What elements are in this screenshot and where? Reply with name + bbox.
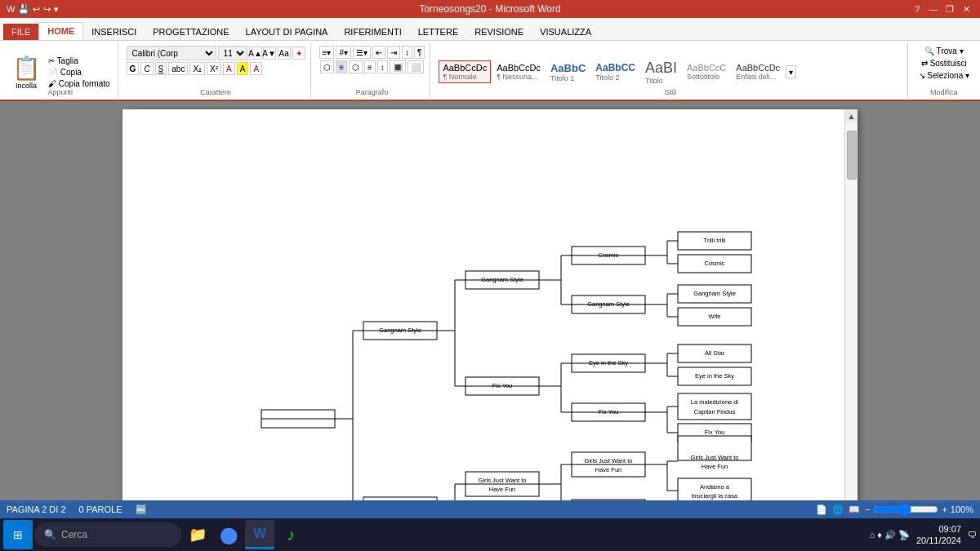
tab-progettazione[interactable]: PROGETTAZIONE [145, 24, 237, 40]
spotify-icon[interactable]: ♪ [276, 520, 305, 549]
scroll-up-btn[interactable]: ▲ [845, 109, 858, 122]
taskbar-right: ⌂ ♦ 🔊 📡 09:07 20/11/2024 🗨 [870, 523, 978, 547]
tab-layout[interactable]: LAYOUT DI PAGINA [238, 24, 336, 40]
trova-btn[interactable]: 🔍 Trova ▾ [922, 46, 966, 56]
shrink-btn[interactable]: A▼ [263, 47, 276, 60]
svg-text:Gangnam Style: Gangnam Style [587, 300, 630, 308]
r1-box-3: Gangnam Style [678, 285, 751, 303]
tab-inserisci[interactable]: INSERISCI [83, 24, 145, 40]
time: 09:07 [916, 523, 961, 535]
close-btn[interactable]: ✕ [959, 2, 973, 16]
minimize-btn[interactable]: — [926, 2, 941, 16]
style-nessuna[interactable]: AaBbCcDc ¶ Nessuna... [492, 60, 545, 83]
increase-indent-btn[interactable]: ⇥ [387, 46, 400, 59]
zoom-out-btn[interactable]: − [865, 504, 870, 514]
text-color-btn[interactable]: A [250, 62, 262, 75]
copy-btn[interactable]: 📄 Copia [46, 67, 113, 78]
zoom-slider[interactable] [873, 503, 938, 516]
paragrafo-group: ≡▾ #▾ ☰▾ ⇤ ⇥ ↕ ¶ ⬡ ≡ ⬡ ≡ ↕ 🔳 ⬜ Paragrafo [314, 42, 431, 98]
cut-btn[interactable]: ✂ Taglia [46, 56, 113, 66]
svg-text:Trilli trilli: Trilli trilli [704, 237, 726, 244]
title-bar-left: W 💾 ↩ ↪ ▾ [7, 4, 59, 15]
align-right-btn[interactable]: ⬡ [349, 60, 363, 73]
zoom-in-btn[interactable]: + [942, 504, 947, 514]
highlight-btn[interactable]: A [237, 62, 249, 75]
font-row-1: Calibri (Corp 11 A▲ A▼ Aa ✦ [127, 46, 305, 60]
word-count: 0 PAROLE [79, 504, 122, 515]
word-taskbar-icon[interactable]: W [245, 520, 274, 549]
font-family-select[interactable]: Calibri (Corp [127, 46, 216, 60]
quick-save[interactable]: 💾 [18, 4, 29, 15]
align-left-btn[interactable]: ⬡ [320, 60, 334, 73]
line-spacing-btn[interactable]: ↕ [377, 60, 388, 73]
superscript-btn[interactable]: X² [207, 62, 221, 75]
svg-text:Cosmic: Cosmic [704, 260, 724, 267]
decrease-indent-btn[interactable]: ⇤ [372, 46, 385, 59]
help-btn[interactable]: ? [910, 2, 924, 16]
justify-btn[interactable]: ≡ [364, 60, 376, 73]
tab-lettere[interactable]: LETTERE [410, 24, 467, 40]
grow-btn[interactable]: A▲ [249, 47, 262, 60]
align-center-btn[interactable]: ≡ [336, 60, 347, 73]
r1-box-7: La maledizione di Capitan Findus [678, 393, 751, 420]
r1-box-5: All Star [678, 344, 751, 362]
subscript-btn[interactable]: X₂ [189, 62, 205, 75]
carattere-label: Carattere [200, 88, 231, 96]
italic-btn[interactable]: C [140, 62, 153, 75]
style-titolo[interactable]: AaBI Titolo [641, 57, 681, 87]
font-color-btn[interactable]: A [223, 62, 235, 75]
file-explorer-icon[interactable]: 📁 [183, 520, 212, 549]
view-normal-btn[interactable]: 📄 [816, 504, 827, 515]
r1-box-1: Trilli trilli [678, 232, 751, 250]
paste-button[interactable]: 📋 Incolla [8, 49, 44, 95]
multilevel-btn[interactable]: ☰▾ [353, 46, 371, 59]
redo[interactable]: ↪ [43, 4, 51, 15]
svg-text:Gangnam Style: Gangnam Style [481, 276, 523, 283]
borders-btn[interactable]: ⬜ [408, 60, 424, 73]
maximize-btn[interactable]: ❐ [942, 2, 957, 16]
app-title: Torneosongs20 - Microsoft Word [419, 3, 560, 15]
stili-label: Stili [665, 88, 677, 96]
style-normale[interactable]: AaBbCcDc ¶ Normale [439, 60, 491, 83]
style-sottotitolo[interactable]: AaBbCcC Sottotitolo [683, 60, 730, 83]
start-button[interactable]: ⊞ [3, 520, 33, 549]
strikethrough-btn[interactable]: abc [168, 62, 188, 75]
doc-scrollbar[interactable]: ▲ ▼ [844, 109, 858, 500]
zoom-level: 100% [951, 504, 973, 514]
numbering-btn[interactable]: #▾ [336, 46, 351, 59]
taskbar-search[interactable]: 🔍 Cerca [34, 522, 181, 547]
tab-riferimenti[interactable]: RIFERIMENTI [336, 24, 409, 40]
bullets-btn[interactable]: ≡▾ [319, 46, 335, 59]
view-read-btn[interactable]: 📖 [849, 504, 860, 515]
tab-file[interactable]: FILE [3, 24, 38, 40]
sostituisci-btn[interactable]: ⇄ Sostituisci [919, 58, 969, 69]
modifica-label: Modifica [930, 88, 958, 96]
style-titolo2[interactable]: AaBbCC Titolo 2 [591, 60, 639, 84]
notification-btn[interactable]: 🗨 [968, 530, 977, 540]
show-marks-btn[interactable]: ¶ [414, 46, 425, 59]
copy-format-btn[interactable]: 🖌 Copia formato [46, 78, 113, 89]
underline-btn[interactable]: S [155, 62, 167, 75]
customize[interactable]: ▾ [54, 4, 59, 15]
modifica-group: 🔍 Trova ▾ ⇄ Sostituisci ↘ Seleziona ▾ Mo… [911, 42, 977, 98]
styles-expand-btn[interactable]: ▾ [786, 65, 796, 78]
bold-btn[interactable]: G [127, 62, 140, 75]
system-tray: ⌂ ♦ 🔊 📡 [870, 530, 910, 540]
undo[interactable]: ↩ [33, 4, 40, 15]
seleziona-btn[interactable]: ↘ Seleziona ▾ [916, 70, 972, 81]
tab-visualizza[interactable]: VISUALIZZA [532, 24, 599, 40]
font-size-select[interactable]: 11 [218, 46, 247, 60]
style-titolo1[interactable]: AaBbC Titolo 1 [546, 60, 590, 85]
search-placeholder: Cerca [61, 529, 87, 540]
tab-home[interactable]: HOME [38, 22, 83, 40]
chrome-icon[interactable]: ⬤ [214, 520, 243, 549]
sort-btn[interactable]: ↕ [402, 46, 412, 59]
clear-format-btn[interactable]: ✦ [292, 47, 305, 60]
tab-revisione[interactable]: REVISIONE [466, 24, 532, 40]
svg-text:Have Fun: Have Fun [702, 463, 728, 470]
style-enfasi[interactable]: AaBbCcDc Enfasi deli... [732, 60, 784, 83]
svg-text:Girls Just Want to: Girls Just Want to [691, 454, 739, 461]
case-btn[interactable]: Aa [278, 47, 291, 60]
view-web-btn[interactable]: 🌐 [832, 504, 844, 515]
shading-btn[interactable]: 🔳 [390, 60, 406, 73]
